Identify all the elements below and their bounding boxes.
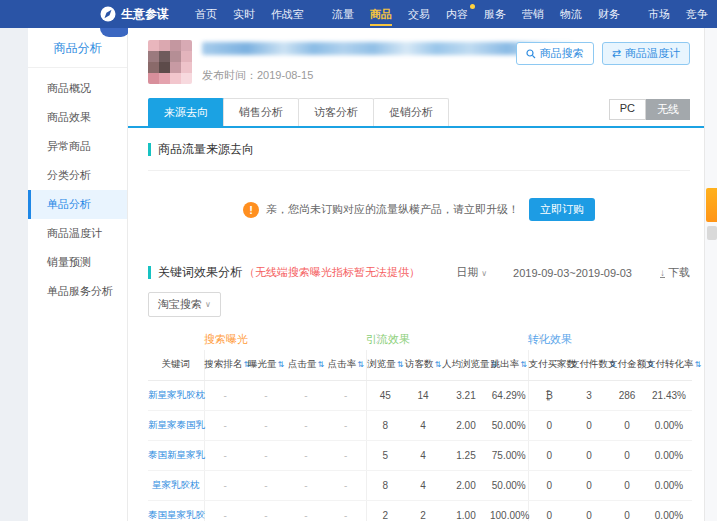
col-visitors[interactable]: 访客数⇅ [404, 350, 442, 381]
sort-icon[interactable]: ⇅ [695, 360, 702, 369]
sidebar-item-category-analysis[interactable]: 分类分析 [28, 161, 127, 190]
device-pc-button[interactable]: PC [609, 99, 646, 120]
col-pay-amount[interactable]: 支付金额⇅ [608, 350, 646, 381]
keyword-section-header: 关键词效果分析 （无线端搜索曝光指标暂无法提供） 日期∨ 2019-09-03~… [148, 264, 690, 281]
cell: 3 [570, 381, 608, 411]
scrollbar-thumb[interactable] [707, 226, 717, 240]
col-pay-items[interactable]: 支付件数⇅ [570, 350, 608, 381]
cell: - [246, 471, 286, 501]
goods-search-button[interactable]: 商品搜索 [516, 42, 594, 65]
sidebar-item-goods-effect[interactable]: 商品效果 [28, 103, 127, 132]
nav-home[interactable]: 首页 [187, 0, 225, 28]
section-marker [148, 266, 151, 279]
group-search-exposure: 搜索曝光 [204, 327, 366, 350]
cell: 2.00 [442, 411, 490, 441]
sort-icon[interactable]: ⇅ [520, 360, 527, 369]
sort-icon[interactable]: ⇅ [357, 360, 364, 369]
cell: 8 [366, 471, 404, 501]
cell: 45 [366, 381, 404, 411]
nav-market[interactable]: 市场 [640, 0, 678, 28]
cell: - [204, 381, 246, 411]
compass-logo-icon [100, 6, 116, 22]
brand-label: 生意参谋 [121, 6, 169, 23]
sidebar-item-goods-overview[interactable]: 商品概况 [28, 74, 127, 103]
cell: 4 [404, 411, 442, 441]
col-search-rank[interactable]: 搜索排名⇅ [204, 350, 246, 381]
col-bounce-rate[interactable]: 跳出率⇅ [490, 350, 528, 381]
nav-trade[interactable]: 交易 [400, 0, 438, 28]
col-pageviews[interactable]: 浏览量⇅ [366, 350, 404, 381]
cell: 4 [404, 471, 442, 501]
nav-traffic[interactable]: 流量 [324, 0, 362, 28]
nav-warroom[interactable]: 作战室 [263, 0, 312, 28]
sidebar-collapse-handle[interactable] [100, 28, 130, 37]
group-traffic-effect: 引流效果 [366, 327, 528, 350]
swap-icon: ⇄ [612, 47, 621, 60]
cell: 0 [608, 501, 646, 521]
sort-icon[interactable]: ⇅ [397, 360, 404, 369]
cell-masked: ₿ [528, 381, 570, 411]
sort-icon[interactable]: ⇅ [317, 360, 324, 369]
cell: 0 [570, 441, 608, 471]
analysis-tabs: 来源去向 销售分析 访客分析 促销分析 PC 无线 [128, 98, 704, 128]
group-conversion-effect: 转化效果 [528, 327, 692, 350]
cell: 1.00 [442, 501, 490, 521]
publish-date: 发布时间：2019-08-15 [202, 68, 574, 83]
date-range: 2019-09-03~2019-09-03 [513, 267, 632, 279]
nav-goods[interactable]: 商品 [362, 0, 400, 28]
device-wireless-button[interactable]: 无线 [646, 99, 690, 120]
goods-thermometer-label: 商品温度计 [625, 46, 680, 61]
tab-source-destination[interactable]: 来源去向 [148, 98, 224, 126]
goods-search-label: 商品搜索 [540, 46, 584, 61]
feedback-tab[interactable] [706, 188, 717, 222]
channel-dropdown[interactable]: 淘宝搜索 ∨ [148, 292, 221, 317]
sidebar-item-single-item-analysis[interactable]: 单品分析 [28, 190, 127, 219]
col-pay-conversion[interactable]: 支付转化率⇅ [646, 350, 692, 381]
keyword-link[interactable]: 新皇家泰国乳 [148, 411, 204, 441]
keyword-link[interactable]: 泰国新皇家乳 [148, 441, 204, 471]
sidebar-item-single-item-service[interactable]: 单品服务分析 [28, 277, 127, 306]
date-dropdown[interactable]: 日期∨ [456, 265, 487, 280]
sort-icon[interactable]: ⇅ [277, 360, 284, 369]
nav-realtime[interactable]: 实时 [225, 0, 263, 28]
cell: 50.00% [490, 471, 528, 501]
col-exposure[interactable]: 曝光量⇅ [246, 350, 286, 381]
keyword-link[interactable]: 新皇家乳胶枕 [148, 381, 204, 411]
brand[interactable]: 生意参谋 [100, 6, 169, 23]
section-marker [148, 143, 151, 156]
cell: 8 [366, 411, 404, 441]
goods-thermometer-button[interactable]: ⇄ 商品温度计 [602, 42, 690, 65]
col-clicks[interactable]: 点击量⇅ [286, 350, 326, 381]
keyword-section-tools: 日期∨ 2019-09-03~2019-09-03 ↓ 下载 [456, 265, 690, 280]
tab-sales-analysis[interactable]: 销售分析 [223, 98, 299, 126]
sidebar: 商品分析 商品概况 商品效果 异常商品 分类分析 单品分析 商品温度计 销量预测… [28, 28, 128, 521]
tab-promo-analysis[interactable]: 促销分析 [373, 98, 449, 126]
order-now-button[interactable]: 立即订购 [529, 198, 595, 221]
keyword-link[interactable]: 皇家乳胶枕 [148, 471, 204, 501]
sidebar-item-goods-thermometer[interactable]: 商品温度计 [28, 219, 127, 248]
nav-logistics[interactable]: 物流 [552, 0, 590, 28]
col-ctr[interactable]: 点击率⇅ [326, 350, 366, 381]
tab-visitor-analysis[interactable]: 访客分析 [298, 98, 374, 126]
sidebar-item-sales-forecast[interactable]: 销量预测 [28, 248, 127, 277]
nav-service[interactable]: 服务 [476, 0, 514, 28]
nav-finance[interactable]: 财务 [590, 0, 628, 28]
table-row: 泰国皇家乳胶 - - - - 2 2 1.00 100.00% 0 0 0 0.… [148, 501, 692, 521]
sort-icon[interactable]: ⇅ [434, 360, 441, 369]
cell: 3.21 [442, 381, 490, 411]
nav-competition[interactable]: 竞争 [678, 0, 716, 28]
cell: - [246, 441, 286, 471]
nav-content[interactable]: 内容 [438, 0, 476, 28]
col-avg-views[interactable]: 人均浏览量⇅ [442, 350, 490, 381]
left-gutter [0, 28, 28, 521]
keyword-link[interactable]: 泰国皇家乳胶 [148, 501, 204, 521]
cell: 0 [608, 441, 646, 471]
download-button[interactable]: ↓ 下载 [660, 265, 690, 280]
sidebar-item-abnormal-goods[interactable]: 异常商品 [28, 132, 127, 161]
product-thumbnail [148, 40, 192, 84]
cell: 0.00% [646, 411, 692, 441]
nav-marketing[interactable]: 营销 [514, 0, 552, 28]
group-spacer [148, 327, 204, 350]
cell: 2 [404, 501, 442, 521]
download-label: 下载 [668, 265, 690, 280]
